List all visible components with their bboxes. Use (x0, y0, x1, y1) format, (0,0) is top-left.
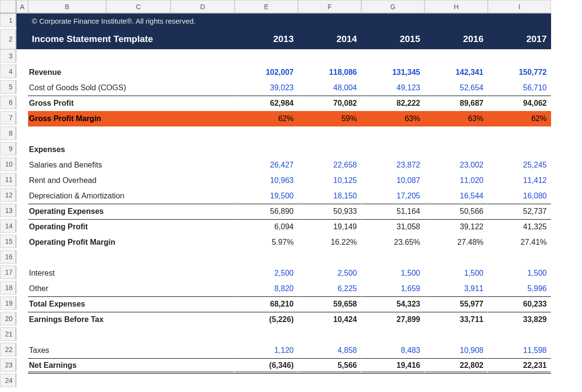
depamort-2013[interactable]: 19,500 (235, 188, 298, 204)
row-header-3[interactable]: 3 (0, 49, 16, 63)
label-opprofit[interactable]: Operating Profit (28, 219, 235, 235)
cell[interactable] (16, 204, 28, 219)
row-header-17[interactable]: 17 (0, 266, 16, 279)
opprofit-2013[interactable]: 6,094 (235, 219, 298, 235)
other-2013[interactable]: 8,820 (235, 281, 298, 296)
row-header-22[interactable]: 22 (0, 343, 16, 356)
opex-2013[interactable]: 56,890 (235, 204, 298, 219)
cell[interactable] (16, 188, 28, 204)
empty-row[interactable] (16, 327, 551, 343)
taxes-2013[interactable]: 1,120 (235, 343, 298, 358)
label-gross-profit[interactable]: Gross Profit (28, 96, 235, 111)
interest-2014[interactable]: 2,500 (298, 266, 361, 281)
gross-profit-2013[interactable]: 62,984 (235, 96, 298, 111)
gross-profit-2014[interactable]: 70,082 (298, 96, 361, 111)
opex-2017[interactable]: 52,737 (488, 204, 551, 219)
total-exp-2017[interactable]: 60,233 (488, 296, 551, 312)
cell[interactable] (16, 111, 28, 126)
gpm-2016[interactable]: 63% (425, 111, 488, 126)
depamort-2016[interactable]: 16,544 (425, 188, 488, 204)
cell[interactable] (16, 65, 28, 80)
cell[interactable] (16, 235, 28, 250)
ebt-2017[interactable]: 33,829 (488, 312, 551, 327)
revenue-2016[interactable]: 142,341 (425, 65, 488, 80)
label-rent[interactable]: Rent and Overhead (28, 173, 235, 188)
cogs-2013[interactable]: 39,023 (235, 80, 298, 96)
depamort-2017[interactable]: 16,080 (488, 188, 551, 204)
col-header-E[interactable]: E (235, 0, 298, 14)
row-header-23[interactable]: 23 (0, 358, 16, 372)
net-2013[interactable]: (6,346) (235, 358, 298, 374)
ebt-2014[interactable]: 10,424 (298, 312, 361, 327)
row-header-7[interactable]: 7 (0, 111, 16, 125)
cogs-2015[interactable]: 49,123 (361, 80, 425, 96)
salaries-2017[interactable]: 25,245 (488, 157, 551, 173)
opm-2016[interactable]: 27.48% (425, 235, 488, 250)
label-net[interactable]: Net Earnings (28, 358, 235, 374)
empty-row[interactable] (16, 250, 551, 266)
other-2017[interactable]: 5,996 (488, 281, 551, 296)
copyright-text[interactable]: © Corporate Finance Institute®. All righ… (28, 14, 551, 29)
cell[interactable] (16, 142, 28, 157)
label-interest[interactable]: Interest (28, 266, 235, 281)
cell[interactable] (16, 343, 28, 358)
row-header-8[interactable]: 8 (0, 126, 16, 140)
cell[interactable] (16, 281, 28, 296)
interest-2015[interactable]: 1,500 (361, 266, 425, 281)
gpm-2013[interactable]: 62% (235, 111, 298, 126)
gpm-2014[interactable]: 59% (298, 111, 361, 126)
taxes-2017[interactable]: 11,598 (488, 343, 551, 358)
select-all-corner[interactable] (0, 0, 16, 14)
row-header-19[interactable]: 19 (0, 296, 16, 310)
row-header-6[interactable]: 6 (0, 96, 16, 109)
label-other[interactable]: Other (28, 281, 235, 296)
label-cogs[interactable]: Cost of Goods Sold (COGS) (28, 80, 235, 96)
row-header-12[interactable]: 12 (0, 188, 16, 202)
depamort-2014[interactable]: 18,150 (298, 188, 361, 204)
cell[interactable] (16, 29, 28, 49)
row-header-5[interactable]: 5 (0, 80, 16, 94)
row-header-21[interactable]: 21 (0, 327, 16, 341)
revenue-2013[interactable]: 102,007 (235, 65, 298, 80)
salaries-2013[interactable]: 26,427 (235, 157, 298, 173)
row-header-13[interactable]: 13 (0, 204, 16, 217)
opm-2014[interactable]: 16.22% (298, 235, 361, 250)
ebt-2013[interactable]: (5,226) (235, 312, 298, 327)
net-2016[interactable]: 22,802 (425, 358, 488, 374)
rent-2015[interactable]: 10,087 (361, 173, 425, 188)
label-ebt[interactable]: Earnings Before Tax (28, 312, 235, 327)
row-header-1[interactable]: 1 (0, 14, 16, 27)
row-header-20[interactable]: 20 (0, 312, 16, 325)
cell[interactable] (16, 296, 28, 312)
gross-profit-2016[interactable]: 89,687 (425, 96, 488, 111)
depamort-2015[interactable]: 17,205 (361, 188, 425, 204)
label-salaries[interactable]: Salaries and Benefits (28, 157, 235, 173)
rent-2016[interactable]: 11,020 (425, 173, 488, 188)
row-header-18[interactable]: 18 (0, 281, 16, 294)
label-opm[interactable]: Operating Profit Margin (28, 235, 235, 250)
gpm-2015[interactable]: 63% (361, 111, 425, 126)
cell[interactable] (16, 219, 28, 235)
rent-2013[interactable]: 10,963 (235, 173, 298, 188)
cell[interactable] (16, 96, 28, 111)
net-2017[interactable]: 22,231 (488, 358, 551, 374)
label-depamort[interactable]: Depreciation & Amortization (28, 188, 235, 204)
year-2014[interactable]: 2014 (298, 29, 361, 49)
row-header-14[interactable]: 14 (0, 219, 16, 233)
total-exp-2014[interactable]: 59,658 (298, 296, 361, 312)
revenue-2014[interactable]: 118,086 (298, 65, 361, 80)
col-header-C[interactable]: C (106, 0, 170, 14)
year-2017[interactable]: 2017 (488, 29, 551, 49)
spreadsheet-grid[interactable]: A B C D E F G H I 1 © Corporate Finance … (0, 0, 582, 389)
col-header-I[interactable]: I (488, 0, 551, 14)
row-header-10[interactable]: 10 (0, 157, 16, 171)
other-2014[interactable]: 6,225 (298, 281, 361, 296)
col-header-H[interactable]: H (425, 0, 488, 14)
sheet-title[interactable]: Income Statement Template (28, 29, 235, 49)
col-header-B[interactable]: B (28, 0, 106, 14)
empty-row[interactable] (16, 49, 551, 65)
row-header-16[interactable]: 16 (0, 250, 16, 264)
salaries-2014[interactable]: 22,658 (298, 157, 361, 173)
year-2016[interactable]: 2016 (425, 29, 488, 49)
total-exp-2016[interactable]: 55,977 (425, 296, 488, 312)
